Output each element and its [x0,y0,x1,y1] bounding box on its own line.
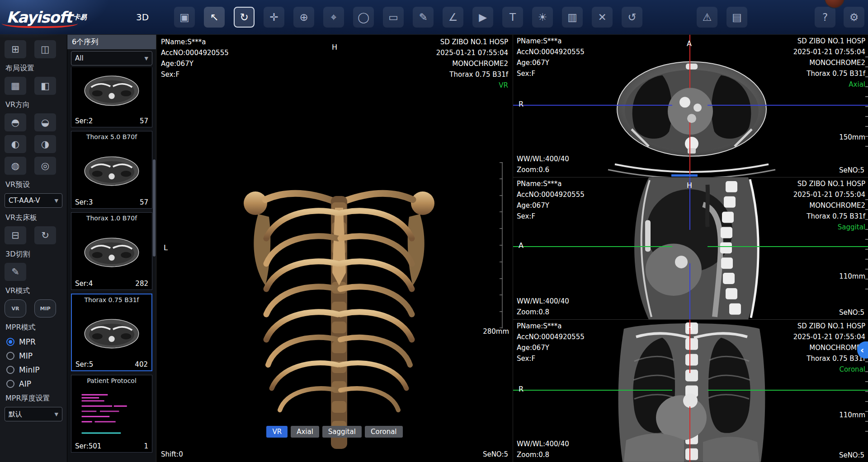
series-item-5-selected[interactable]: Thorax 0.75 B31f Ser:5 402 [71,294,152,371]
series-thumbnail [71,67,152,117]
radio-minip-label: MinIP [19,365,39,374]
brightness-button[interactable]: ☀ [532,7,553,28]
remove-bed-button[interactable]: ⊟ [5,226,26,244]
window-level-button[interactable]: ▥ [562,7,583,28]
viewport-vr-main[interactable]: PName:S***a AccNO:0004920555 Age:067Y Se… [156,35,513,462]
axial-reference-line-h[interactable] [513,105,672,106]
ellipse-icon: ◯ [358,12,369,23]
view-button-coronal[interactable]: Coronal [365,426,403,438]
cine-play-button[interactable]: ▶ [472,7,493,28]
series-thumbnail [72,305,151,360]
series-filter-select[interactable]: All ▼ [71,51,152,65]
study-datetime: 2025-01-21 07:55:04 [793,331,865,342]
vr-right-button[interactable]: ◑ [34,135,56,153]
restore-bed-button[interactable]: ↻ [34,226,56,244]
clear-annotations-button[interactable]: ✕ [592,7,613,28]
radio-minip-circle [6,366,14,374]
crosshair-button[interactable]: ⌖ [323,7,344,28]
coronal-reference-line-v[interactable] [689,406,690,462]
series-number: Ser:3 [75,198,93,206]
mpr-mode-label: MPR模式 [5,323,62,332]
cut-3d-label: 3D切割 [5,250,62,259]
patient-info-overlay: PName:S***a AccNO:0004920555 Age:067Y Se… [517,321,585,364]
cine-play-icon: ▶ [479,12,487,23]
alert-info-button[interactable]: ⚠ [697,7,717,28]
chevron-left-icon: ‹ [860,345,864,355]
radio-aip[interactable]: AIP [6,379,62,388]
settings-button[interactable]: ⚙ [844,7,864,28]
mode-3d-label[interactable]: 3D [136,12,149,23]
slice-position-indicator[interactable] [671,174,698,177]
series-thumbnail [71,224,152,280]
help-button[interactable]: ? [815,7,835,28]
volume-3d-button[interactable]: ▣ [174,7,195,28]
radio-mpr[interactable]: MPR [6,337,62,346]
vr-anterior-button[interactable]: ◓ [5,113,26,131]
view-button-axial[interactable]: Axial [291,426,319,438]
patient-sex: Sex:F [161,69,229,80]
coronal-reference-line-h[interactable] [513,390,672,391]
measure-button[interactable]: ✎ [413,7,434,28]
radio-mip[interactable]: MIP [6,351,62,360]
viewport-coronal[interactable]: PName:S***a AccNO:0004920555 Age:067Y Se… [513,320,868,462]
rotate-3d-icon: ↻ [240,12,248,23]
axial-reference-line-v[interactable] [689,122,690,177]
save-button[interactable]: ▤ [726,7,747,28]
patient-age: Age:067Y [517,200,585,211]
vr-posterior-button[interactable]: ◒ [34,113,56,131]
ellipse-roi-button[interactable]: ◯ [353,7,374,28]
series-item-2[interactable]: Ser:2 57 [71,67,152,127]
rotate-3d-button[interactable]: ↻ [234,7,255,28]
saggital-reference-line-v[interactable] [689,263,690,320]
saggital-reference-line-h[interactable] [708,246,868,247]
pan-button[interactable]: ✛ [264,7,284,28]
patient-name: PName:S***a [517,36,585,47]
view-plane-label: Axial [793,79,865,90]
radio-mpr-label: MPR [19,337,36,346]
layout-2x2-button[interactable]: ▦ [5,77,26,95]
viewport-axial[interactable]: PName:S***a AccNO:0004920555 Age:067Y Se… [513,35,868,177]
angle-button[interactable]: ∠ [443,7,463,28]
series-scrollbar[interactable] [153,159,156,257]
rectangle-roi-button[interactable]: ▭ [383,7,404,28]
radio-mip-circle [6,352,14,360]
series-no-label: SeNO:5 [839,308,864,317]
hospital-name: SD ZIBO NO.1 HOSP [793,36,865,47]
reset-view-button[interactable]: ↺ [622,7,642,28]
axial-thumb-image [78,228,146,275]
coronal-reference-line-h[interactable] [708,390,868,391]
vr-feet-button[interactable]: ◎ [34,157,56,175]
patient-name: PName:S***a [517,321,585,331]
reset-rotate-icon: ↺ [627,12,636,23]
series-item-4[interactable]: Thorax 1.0 B70f Ser:4 282 [71,212,152,290]
mpr-thickness-select[interactable]: 默认 ▼ [5,407,62,421]
view-switch-buttons: VR Axial Saggital Coronal [156,426,513,438]
axial-reference-line-h[interactable] [708,105,868,106]
viewport-saggital[interactable]: PName:S***a AccNO:0004920555 Age:067Y Se… [513,177,868,320]
vr-left-button[interactable]: ◐ [5,135,26,153]
toolbar-tools: ▣ ↖ ↻ ✛ ⊕ ⌖ ◯ ▭ ✎ ∠ ▶ T ☀ ▥ ✕ ↺ ⚠ ▤ [174,7,747,28]
layout-2x2-icon: ▦ [11,80,20,91]
edge-scale-ruler [865,56,868,156]
text-annotation-button[interactable]: T [502,7,523,28]
vr-head-button[interactable]: ◍ [5,157,26,175]
vr-mode-vr-button[interactable]: VR [5,299,26,317]
vr-mode-mip-button[interactable]: MIP [34,299,56,317]
zoom-label: Zoom:0.8 [517,307,569,317]
cut-draw-button[interactable]: ✎ [5,263,26,281]
view-button-vr[interactable]: VR [266,426,288,438]
radio-minip[interactable]: MinIP [6,365,62,374]
study-info-overlay: SD ZIBO NO.1 HOSP 2025-01-21 07:55:04 MO… [793,36,865,90]
vr-preset-value: CT-AAA-V [9,196,40,205]
cursor-button[interactable]: ↖ [204,7,225,28]
layout-main-right-button[interactable]: ◧ [34,77,56,95]
text-icon: T [509,12,516,23]
series-item-501[interactable]: Patient Protocol [71,375,152,453]
series-item-3[interactable]: Thorax 5.0 B70f Ser:3 57 [71,131,152,209]
scale-mm-label: 110mm [839,411,865,419]
edge-scale-ruler [865,199,868,299]
saggital-reference-line-h[interactable] [513,246,672,247]
vr-preset-select[interactable]: CT-AAA-V ▼ [5,193,62,208]
zoom-button[interactable]: ⊕ [293,7,314,28]
view-button-saggital[interactable]: Saggital [322,426,362,438]
